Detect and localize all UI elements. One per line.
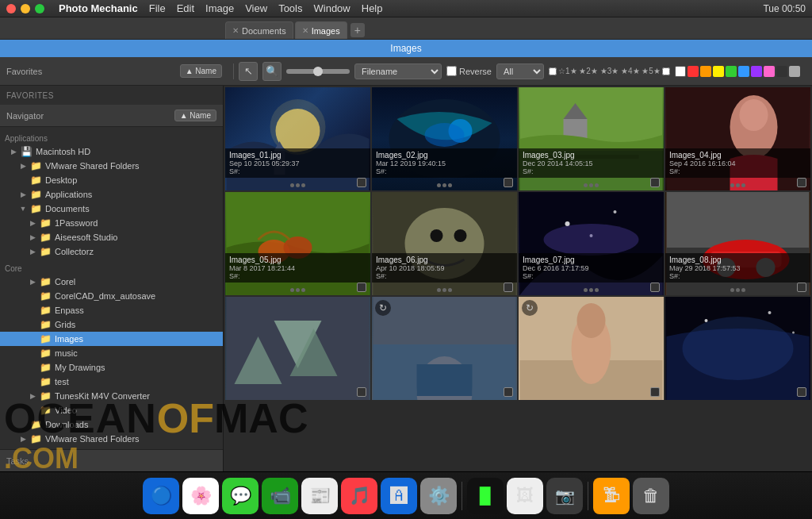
close-button[interactable] [6,4,16,13]
tree-item-desktop[interactable]: 📁 Desktop [0,173,223,187]
color-chip-green[interactable] [726,66,737,77]
tree-item-documents[interactable]: ▼ 📁 Documents [0,202,223,216]
dock-sysprefs[interactable]: ⚙️ [420,478,457,514]
photo-cell-08[interactable]: Images_08.jpg May 29 2018 17:57:53 S#: [665,192,810,295]
tab-add-button[interactable]: + [350,23,365,37]
menu-edit[interactable]: Edit [177,2,194,14]
photo-checkbox-05[interactable] [357,283,366,292]
tree-item-aiseesoft[interactable]: ▶ 📁 Aiseesoft Studio [0,230,223,244]
tree-item-applications[interactable]: ▶ 📁 Applications [0,187,223,202]
tree-item-coreldmx[interactable]: 📁 CorelCAD_dmx_autosave [0,289,223,303]
photo-checkbox-02[interactable] [504,178,513,187]
color-chip-dark[interactable] [776,66,787,77]
tasks-section: Tasks [0,449,223,471]
menu-window[interactable]: Window [314,2,350,14]
photo-checkbox-09[interactable] [357,387,366,397]
filter-select[interactable]: All [496,63,544,79]
tree-item-test[interactable]: 📁 test [0,375,223,389]
tree-item-enpass[interactable]: 📁 Enpass [0,303,223,317]
photo-cell-04[interactable]: Images_04.jpg Sep 4 2016 16:16:04 S#: [665,87,810,190]
color-chip-red[interactable] [688,66,699,77]
star-checkbox2[interactable] [662,67,670,75]
tab-documents-close[interactable]: ✕ [232,26,239,35]
dock-news[interactable]: 📰 [301,478,338,514]
photo-meta-08: May 29 2018 17:57:53 [669,264,806,272]
tree-item-mydrawings[interactable]: 📁 My Drawings [0,360,223,375]
tree-item-corel[interactable]: ▶ 📁 Corel [0,275,223,289]
dock-messages[interactable]: 💬 [222,478,259,514]
photo-checkbox-01[interactable] [357,178,366,187]
tree-item-images[interactable]: 📁 Images [0,332,223,346]
menu-file[interactable]: File [149,2,166,14]
photo-cell-05[interactable]: Images_05.jpg Mar 8 2017 18:21:44 S#: [225,192,370,295]
menu-view[interactable]: View [245,2,267,14]
photo-info-08: Images_08.jpg May 29 2018 17:57:53 S#: [665,253,810,283]
tree-item-music[interactable]: 📁 music [0,346,223,360]
color-chip-yellow[interactable] [713,66,724,77]
dock-trash[interactable]: 🗑 [633,478,669,514]
pointer-tool-button[interactable]: ↖ [239,62,258,81]
menu-help[interactable]: Help [362,2,383,14]
menu-image[interactable]: Image [205,2,234,14]
dock-music[interactable]: 🎵 [341,478,377,514]
sort-select[interactable]: Filename [354,63,442,79]
photo-cell-07[interactable]: Images_07.jpg Dec 6 2016 17:17:59 S#: [519,192,664,295]
menu-tools[interactable]: Tools [278,2,302,14]
photo-cell-10[interactable]: ↻ [372,297,517,400]
color-chip-gray[interactable] [789,66,800,77]
tree-item-video[interactable]: 📁 Video [0,403,223,417]
color-chip-pink[interactable] [764,66,775,77]
navigator-name-btn[interactable]: ▲ Name [174,110,216,121]
tree-item-macintosh-hd[interactable]: ▶ 💾 Macintosh HD [0,144,223,159]
tree-item-1password[interactable]: ▶ 📁 1Password [0,216,223,230]
photo-checkbox-08[interactable] [797,283,806,292]
photo-checkbox-12[interactable] [797,387,806,397]
sidebar-tree[interactable]: Applications ▶ 💾 Macintosh HD ▶ 📁 VMware… [0,127,223,449]
photo-checkbox-06[interactable] [504,283,513,292]
tab-images[interactable]: ✕ Images [295,21,347,39]
maximize-button[interactable] [35,4,44,13]
name-sort-button[interactable]: ▲ Name [180,64,222,78]
dock-facetime[interactable]: 📹 [262,478,298,514]
tree-item-tuneskit[interactable]: ▶ 📁 TunesKit M4V Converter [0,389,223,403]
photo-grid-area[interactable]: Images_01.jpg Sep 10 2015 05:29:37 S#: [224,86,812,471]
photo-cell-11[interactable]: ↻ [519,297,664,400]
star-checkbox[interactable] [549,67,557,75]
dock-appstore[interactable]: 🅰 [381,478,417,514]
photo-cell-01[interactable]: Images_01.jpg Sep 10 2015 05:29:37 S#: [225,87,370,190]
tree-item-vmware[interactable]: ▶ 📁 VMware Shared Folders [0,159,223,173]
color-chip-purple[interactable] [751,66,762,77]
minimize-button[interactable] [21,4,30,13]
zoom-slider[interactable] [286,69,350,74]
reverse-checkbox[interactable] [446,66,457,76]
photo-checkbox-04[interactable] [797,178,806,187]
photo-checkbox-11[interactable] [650,387,660,397]
photo-checkbox-10[interactable] [504,387,513,397]
dock-preview[interactable]: 🖼 [507,478,543,514]
dock-photos[interactable]: 🌸 [182,478,219,514]
color-chip-orange[interactable] [700,66,711,77]
color-chip-white[interactable] [675,66,686,77]
photo-cell-02[interactable]: Images_02.jpg Mar 12 2019 19:40:15 S#: [372,87,517,190]
zoom-tool-button[interactable]: 🔍 [262,62,282,81]
photo-cell-06[interactable]: Images_06.jpg Apr 10 2018 18:05:59 S#: [372,192,517,295]
dock-archive[interactable]: 🗜 [593,478,630,514]
tree-item-collectorz[interactable]: ▶ 📁 Collectorz [0,244,223,259]
applications-section-label: Applications [0,132,223,144]
favorites-label: Favorites [6,91,54,100]
tree-item-grids[interactable]: 📁 Grids [0,317,223,332]
photo-checkbox-03[interactable] [650,178,660,187]
photo-checkbox-07[interactable] [650,283,660,292]
photo-cell-03[interactable]: Images_03.jpg Dec 20 2014 14:05:15 S#: [519,87,664,190]
photo-cell-09[interactable] [225,297,370,400]
dock-camera[interactable]: 📷 [546,478,583,514]
photo-cell-12[interactable] [665,297,810,400]
color-chip-blue[interactable] [738,66,749,77]
tree-item-downloads[interactable]: 📁 Downloads [0,417,223,432]
tab-documents[interactable]: ✕ Documents [225,21,293,39]
dock-finder[interactable]: 🔵 [143,478,179,514]
tab-images-close[interactable]: ✕ [302,26,308,35]
tree-item-vmware2[interactable]: ▶ 📁 VMware Shared Folders [0,432,223,446]
star-rating-filter[interactable]: ☆1★ ★2★ ★3★ ★4★ ★5★ [549,67,670,75]
dock-terminal[interactable]: ▉ [467,478,504,514]
